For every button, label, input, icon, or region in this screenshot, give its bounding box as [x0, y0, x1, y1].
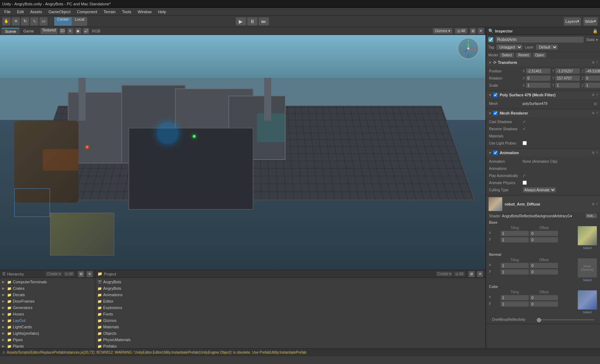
menu-file[interactable]: File	[1, 9, 14, 15]
hierarchy-create-btn[interactable]: Create ▾	[46, 272, 62, 276]
viewport-maximize-btn[interactable]: ⊞	[470, 28, 476, 34]
viewport-btn-1[interactable]: 2D	[59, 28, 66, 34]
mesh-picker-icon[interactable]: ◎	[594, 101, 597, 106]
shader-edit-btn[interactable]: Edit...	[585, 213, 597, 218]
transform-rect-btn[interactable]: ▭	[39, 17, 48, 26]
scale-z-input[interactable]	[584, 82, 600, 88]
transform-rotate-btn[interactable]: ↻	[21, 17, 29, 26]
cube-select-btn[interactable]: Select	[583, 310, 592, 314]
hierarchy-item[interactable]: ▶📁Pipes	[0, 337, 95, 343]
play-auto-check[interactable]: ✓	[523, 173, 526, 178]
cube-offset-x[interactable]	[530, 295, 558, 300]
pivot-center-btn[interactable]: Center	[54, 17, 72, 26]
gizmos-btn[interactable]: Gizmos ▾	[433, 28, 453, 34]
animation-help-btn[interactable]: ?	[596, 151, 598, 155]
transform-hand-btn[interactable]: ✋	[2, 17, 11, 26]
normal-texture-thumb[interactable]: None (Texture)	[578, 258, 597, 278]
project-item[interactable]: 📁Explosions	[95, 304, 485, 311]
cast-shadows-check[interactable]: ✓	[523, 119, 526, 124]
all-layers-btn[interactable]: ◎ All	[455, 28, 468, 34]
hierarchy-item[interactable]: ▶📁DoorFrames	[0, 298, 95, 304]
pause-btn[interactable]: ⏸	[247, 17, 258, 26]
culling-type-dropdown[interactable]: Always Animate	[523, 187, 556, 193]
hierarchy-item[interactable]: ▶📁LightCards	[0, 324, 95, 330]
menu-tools[interactable]: Tools	[119, 9, 134, 15]
menu-window[interactable]: Window	[135, 9, 155, 15]
base-select-btn[interactable]: Select	[583, 246, 592, 250]
hierarchy-item[interactable]: ▶📁LayOut	[0, 317, 95, 324]
project-item[interactable]: 📁Animations	[95, 292, 485, 298]
animate-physics-check[interactable]	[523, 181, 527, 185]
base-tiling-y[interactable]	[500, 237, 529, 243]
normal-offset-x[interactable]	[530, 263, 558, 268]
project-item[interactable]: 📁AngryBots	[95, 285, 485, 292]
use-light-probes-check[interactable]	[523, 141, 527, 145]
hierarchy-item[interactable]: ▶📁Crates	[0, 285, 95, 292]
normal-tiling-y[interactable]	[500, 269, 529, 275]
project-close-btn[interactable]: ✕	[477, 271, 483, 277]
viewport-btn-4[interactable]: 🔊	[83, 28, 89, 34]
base-tiling-x[interactable]	[500, 231, 529, 236]
animation-header[interactable]: ▼ Animation ⚙ ?	[486, 149, 600, 157]
project-all-btn[interactable]: ◎ All	[454, 272, 465, 276]
viewport-btn-3[interactable]: ◉	[75, 28, 81, 34]
base-texture-thumb[interactable]	[578, 226, 597, 246]
menu-terrain[interactable]: Terrain	[101, 9, 119, 15]
cube-offset-y[interactable]	[530, 301, 558, 307]
mesh-renderer-header[interactable]: ▼ Mesh Renderer ⚙ ?	[486, 109, 600, 117]
project-item[interactable]: 📁PhysicMaterials	[95, 337, 485, 343]
project-create-btn[interactable]: Create ▾	[436, 272, 453, 276]
hierarchy-item[interactable]: ▶📁Generators	[0, 304, 95, 311]
transform-scale-btn[interactable]: ⤡	[30, 17, 39, 26]
hierarchy-item[interactable]: ▶📁Plants	[0, 343, 95, 348]
static-badge[interactable]: Static ▾	[586, 38, 598, 42]
material-settings-btn[interactable]: ⚙	[592, 202, 595, 206]
mesh-renderer-checkbox[interactable]	[493, 111, 498, 115]
menu-help[interactable]: Help	[155, 9, 169, 15]
layout-dropdown[interactable]: Wide ▾	[583, 17, 598, 26]
project-item[interactable]: 📁Prefabs	[95, 343, 485, 348]
step-btn[interactable]: ⏭	[258, 17, 269, 26]
viewport-close-btn[interactable]: ✕	[478, 28, 484, 34]
viewport-3d[interactable]: » X Y Z	[0, 35, 485, 270]
material-help-btn[interactable]: ?	[596, 202, 598, 206]
normal-select-btn[interactable]: Select	[583, 278, 592, 282]
model-revert-btn[interactable]: Revert	[516, 52, 531, 58]
project-item[interactable]: 📁Materials	[95, 324, 485, 330]
transform-settings-btn[interactable]: ⚙	[592, 61, 595, 64]
mesh-filter-settings-btn[interactable]: ⚙	[592, 93, 595, 97]
project-maximize-btn[interactable]: ⊞	[468, 271, 475, 277]
transform-header[interactable]: ▼ ⟳ Transform ⚙ ?	[486, 59, 600, 66]
project-item[interactable]: 📁Fonts	[95, 311, 485, 317]
animation-checkbox[interactable]	[493, 151, 498, 155]
layer-dropdown[interactable]: Default	[536, 44, 558, 50]
mesh-filter-checkbox[interactable]	[493, 93, 498, 97]
lock-icon[interactable]: 🔒	[593, 29, 598, 34]
transform-help-btn[interactable]: ?	[596, 61, 598, 64]
base-offset-x[interactable]	[530, 231, 558, 236]
hierarchy-all-btn[interactable]: ◎ All	[64, 272, 74, 276]
scale-y-input[interactable]	[555, 82, 580, 88]
rot-x-input[interactable]	[526, 75, 551, 81]
project-item[interactable]: 🎬AngryBots	[95, 279, 485, 285]
model-open-btn[interactable]: Open	[533, 52, 546, 58]
cube-texture-thumb[interactable]	[578, 290, 597, 310]
hierarchy-item[interactable]: ▶📁Decals	[0, 292, 95, 298]
menu-assets[interactable]: Assets	[27, 9, 45, 15]
pivot-local-btn[interactable]: Local	[72, 17, 87, 26]
transform-move-btn[interactable]: ✛	[11, 17, 20, 26]
animation-settings-btn[interactable]: ⚙	[592, 151, 595, 155]
normal-offset-y[interactable]	[530, 269, 558, 275]
scene-double-arrow[interactable]: »	[18, 59, 21, 64]
cube-tiling-y[interactable]	[500, 301, 529, 307]
reflectivity-slider[interactable]	[537, 319, 594, 320]
project-item[interactable]: 📁Gizmos	[95, 317, 485, 324]
tab-scene[interactable]: Scene	[1, 28, 20, 34]
receive-shadows-check[interactable]: ✓	[523, 126, 526, 131]
rot-z-input[interactable]	[584, 75, 600, 81]
play-btn[interactable]: ▶	[236, 17, 246, 26]
hierarchy-item[interactable]: ▶📁Hoses	[0, 311, 95, 317]
layers-dropdown[interactable]: Layers ▾	[564, 17, 581, 26]
pos-x-input[interactable]	[526, 68, 551, 74]
project-item[interactable]: 📁Editor	[95, 298, 485, 304]
